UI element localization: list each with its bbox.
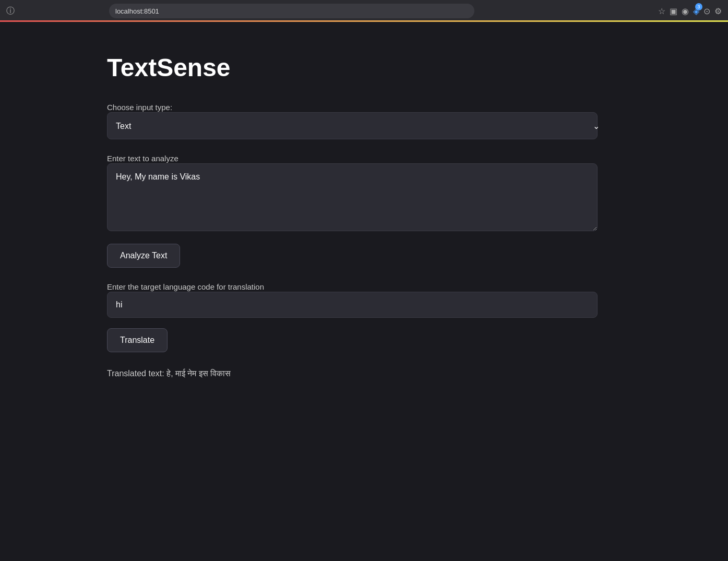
text-analyze-input[interactable]: Hey, My name is Vikas	[107, 163, 598, 231]
analyze-button-wrapper: Analyze Text	[107, 244, 608, 282]
input-type-label: Choose input type:	[107, 103, 172, 112]
translate-button[interactable]: Translate	[107, 328, 168, 352]
main-content: TextSense Choose input type: Text URL Fi…	[0, 22, 728, 378]
input-type-select[interactable]: Text URL File	[107, 112, 598, 139]
translate-button-wrapper: Translate	[107, 328, 608, 367]
translated-result: Translated text: हे, माई नेम इस विकास	[107, 369, 608, 378]
address-bar-text: localhost:8501	[115, 7, 159, 15]
language-code-input[interactable]	[107, 292, 598, 318]
browser-controls-left: ⓘ	[6, 6, 15, 17]
bookmark-icon[interactable]: ☆	[658, 6, 665, 16]
extension-icon[interactable]: ◈ 3	[693, 6, 699, 16]
badge: 3	[695, 3, 702, 10]
translated-label: Translated text:	[107, 369, 164, 378]
address-bar[interactable]: localhost:8501	[109, 4, 474, 18]
input-type-wrapper: Text URL File ⌄	[107, 112, 608, 139]
browser-controls-right: ☆ ▣ ◉ ◈ 3 ⊙ ⚙	[658, 6, 722, 16]
info-icon: ⓘ	[6, 6, 15, 17]
analyze-button[interactable]: Analyze Text	[107, 244, 180, 268]
settings-icon[interactable]: ⚙	[714, 6, 722, 16]
audio-icon[interactable]: ◉	[682, 6, 689, 16]
translated-value: हे, माई नेम इस विकास	[166, 369, 231, 378]
pip-icon[interactable]: ▣	[670, 6, 677, 16]
form-section: TextSense Choose input type: Text URL Fi…	[107, 53, 608, 378]
app-title: TextSense	[107, 53, 608, 82]
language-label: Enter the target language code for trans…	[107, 282, 264, 291]
text-area-label: Enter text to analyze	[107, 154, 178, 163]
browser-chrome: ⓘ localhost:8501 ☆ ▣ ◉ ◈ 3 ⊙ ⚙	[0, 0, 728, 22]
screenshot-icon[interactable]: ⊙	[703, 6, 710, 16]
